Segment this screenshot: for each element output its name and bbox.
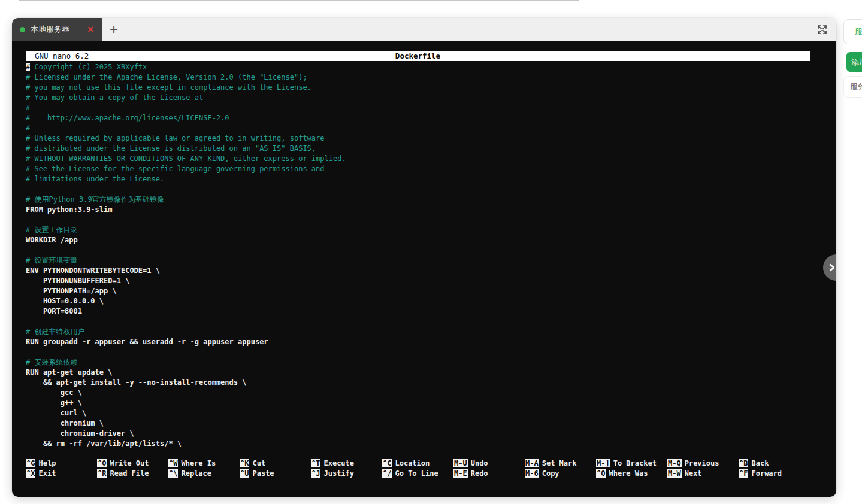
editor-line: PYTHONPATH=/app \ (26, 286, 810, 296)
editor-line (26, 184, 810, 195)
shortcut-back[interactable]: ^BBack (739, 459, 810, 469)
shortcut-label: Paste (252, 469, 274, 478)
editor-line: PYTHONUNBUFFERED=1 \ (26, 276, 810, 286)
shortcut-column: ^KCut^UPaste (240, 459, 311, 479)
shortcut-label: Justify (323, 469, 354, 478)
tab-bar: 本地服务器 ✕ + (12, 18, 836, 41)
expand-side-panel-button[interactable] (823, 254, 836, 281)
shortcut-label: Write Out (110, 459, 149, 467)
shortcut-column: M-ASet MarkM-6Copy (525, 459, 596, 479)
editor-line (26, 245, 810, 256)
shortcut-key: ^B (739, 459, 748, 467)
new-tab-button[interactable]: + (102, 18, 126, 41)
shortcut-key: ^O (97, 459, 107, 467)
shortcut-key: ^Q (596, 469, 606, 478)
editor-line: # limitations under the License. (26, 174, 810, 184)
shortcut-set-mark[interactable]: M-ASet Mark (525, 459, 596, 469)
shortcut-write-out[interactable]: ^OWrite Out (97, 459, 168, 469)
editor-line: gcc \ (26, 388, 810, 398)
editor-content[interactable]: # Copyright (c) 2025 XBXyftx# Licensed u… (26, 62, 810, 449)
editor-line: # You may obtain a copy of the License a… (26, 93, 810, 103)
shortcut-label: Set Mark (542, 459, 577, 467)
shortcut-column: M-UUndoM-ERedo (453, 459, 525, 479)
shortcut-key: M-U (453, 459, 468, 467)
shortcut-forward[interactable]: ^FForward (739, 469, 810, 479)
editor-line: chromium-driver \ (26, 429, 810, 439)
shortcut-key: ^X (26, 469, 35, 478)
shortcut-key: ^R (97, 469, 107, 478)
editor-line: && apt-get install -y --no-install-recom… (26, 378, 810, 388)
shortcut-location[interactable]: ^CLocation (382, 459, 453, 469)
shortcut-cut[interactable]: ^KCut (240, 459, 311, 469)
shortcut-where-was[interactable]: ^QWhere Was (596, 469, 667, 479)
tab-local-server[interactable]: 本地服务器 ✕ (12, 18, 102, 41)
shortcut-label: To Bracket (613, 459, 657, 467)
editor-line: # (26, 123, 810, 133)
shortcut-replace[interactable]: ^\Replace (168, 469, 240, 479)
shortcut-previous[interactable]: M-QPrevious (667, 459, 739, 469)
shortcut-go-to-line[interactable]: ^/Go To Line (382, 469, 453, 479)
connection-status-dot (20, 27, 25, 32)
shortcut-key: ^J (311, 469, 320, 478)
shortcut-label: Replace (181, 469, 211, 478)
shortcut-label: Undo (471, 459, 488, 467)
shortcut-key: ^C (382, 459, 392, 467)
shortcut-key: M-] (596, 459, 610, 467)
shortcut-column: ^BBack^FForward (739, 459, 810, 479)
shortcut-label: Copy (542, 469, 559, 478)
editor-line (26, 317, 810, 327)
editor-line: # 创建非特权用户 (26, 327, 810, 337)
shortcut-column: ^OWrite Out^RRead File (97, 459, 168, 479)
editor-line (26, 215, 810, 225)
shortcut-column: ^WWhere Is^\Replace (168, 459, 240, 479)
shortcut-key: ^U (240, 469, 249, 478)
shortcut-label: Redo (471, 469, 488, 478)
shortcut-column: M-]To Bracket^QWhere Was (596, 459, 667, 479)
shortcut-key: ^K (240, 459, 249, 467)
terminal-screen[interactable]: GNU nano 6.2 Dockerfile # Copyright (c) … (12, 41, 836, 497)
shortcut-column: ^CLocation^/Go To Line (382, 459, 453, 479)
shortcut-key: ^T (311, 459, 320, 467)
add-service-button[interactable]: 添加 (846, 52, 862, 72)
shortcut-label: Exit (38, 469, 56, 478)
editor-line: curl \ (26, 408, 810, 418)
shortcut-key: ^\ (168, 469, 178, 478)
editor-line: # you may not use this file except in co… (26, 83, 810, 93)
editor-line: # (26, 103, 810, 113)
shortcut-key: M-W (667, 469, 682, 478)
shortcut-execute[interactable]: ^TExecute (311, 459, 382, 469)
editor-line (26, 347, 810, 357)
shortcut-label: Previous (685, 459, 719, 467)
shortcut-next[interactable]: M-WNext (667, 469, 739, 479)
shortcut-read-file[interactable]: ^RRead File (97, 469, 168, 479)
shortcut-key: ^G (26, 459, 35, 467)
editor-line: WORKDIR /app (26, 235, 810, 245)
service-restart-button[interactable]: 服 (843, 19, 862, 44)
close-tab-icon[interactable]: ✕ (87, 25, 94, 34)
shortcut-key: M-Q (667, 459, 682, 467)
shortcut-copy[interactable]: M-6Copy (525, 469, 596, 479)
shortcut-where-is[interactable]: ^WWhere Is (168, 459, 240, 469)
shortcut-label: Execute (323, 459, 354, 467)
fullscreen-button[interactable] (816, 18, 828, 41)
editor-line: # Licensed under the Apache License, Ver… (26, 72, 810, 83)
shortcut-redo[interactable]: M-ERedo (453, 469, 525, 479)
service-list-button[interactable]: 服务 (843, 76, 862, 98)
shortcut-key: M-A (525, 459, 539, 467)
editor-line: # 安装系统依赖 (26, 357, 810, 368)
shortcut-label: Where Is (181, 459, 216, 467)
shortcut-help[interactable]: ^GHelp (26, 459, 97, 469)
editor-line: # distributed under the License is distr… (26, 144, 810, 154)
editor-line: && rm -rf /var/lib/apt/lists/* \ (26, 439, 810, 449)
shortcut-justify[interactable]: ^JJustify (311, 469, 382, 479)
editor-line: # 设置环境变量 (26, 256, 810, 266)
shortcut-key: M-6 (525, 469, 539, 478)
shortcut-exit[interactable]: ^XExit (26, 469, 97, 479)
shortcut-paste[interactable]: ^UPaste (240, 469, 311, 479)
shortcut-to-bracket[interactable]: M-]To Bracket (596, 459, 667, 469)
editor-line: PORT=8001 (26, 306, 810, 317)
shortcut-label: Next (685, 469, 702, 478)
shortcut-key: ^/ (382, 469, 392, 478)
shortcut-label: Forward (751, 469, 782, 478)
shortcut-undo[interactable]: M-UUndo (453, 459, 525, 469)
